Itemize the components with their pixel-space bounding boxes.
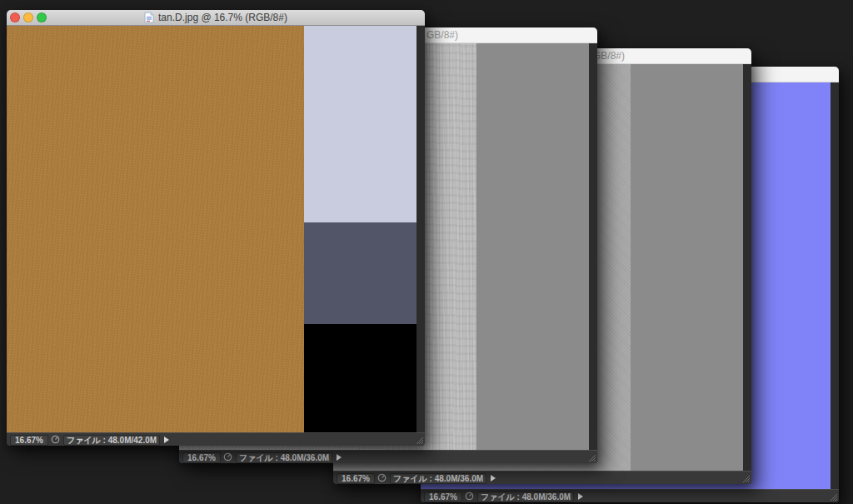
tan-texture-region[interactable] [7,26,304,432]
resize-grip-icon[interactable] [587,453,596,462]
zoom-level-field[interactable]: 16.67% [182,452,221,463]
timer-clock-icon [465,492,474,501]
close-button[interactable] [10,12,20,22]
file-info-field[interactable]: ファイル : 48.0M/42.0M [63,435,160,446]
canvas-pasteboard-strip [743,64,751,471]
window-title: GB/8#) [426,27,458,43]
jpeg-document-icon[interactable] [144,12,154,23]
window-statusbar: 16.67% ファイル : 48.0M/36.0M [333,471,751,484]
file-info-field[interactable]: ファイル : 48.0M/36.0M [390,473,486,484]
resize-grip-icon[interactable] [415,436,423,444]
canvas-pasteboard-strip [589,43,597,450]
slate-swatch-region[interactable] [304,222,417,324]
swatch-column [304,26,417,432]
file-info-field[interactable]: ファイル : 48.0M/36.0M [477,492,574,502]
window-statusbar: 16.67% ファイル : 48.0M/36.0M [421,489,839,502]
popup-arrow-icon[interactable] [337,454,342,461]
window-title: GB/8#) [593,48,625,64]
window-controls [10,12,47,22]
minimize-button[interactable] [23,12,33,22]
popup-arrow-icon[interactable] [491,475,496,482]
timer-clock-icon [223,452,232,462]
canvas-pasteboard-strip [831,82,839,489]
window-statusbar: 16.67% ファイル : 48.0M/42.0M [7,432,425,446]
file-info-field[interactable]: ファイル : 48.0M/36.0M [236,452,332,463]
resize-grip-icon[interactable] [829,492,837,501]
window-title: tan.D.jpg @ 16.7% (RGB/8#) [158,12,287,23]
image-canvas[interactable] [7,26,417,432]
zoom-level-field[interactable]: 16.67% [10,435,48,446]
window-statusbar: 16.67% ファイル : 48.0M/36.0M [179,450,597,463]
popup-arrow-icon[interactable] [164,437,169,443]
timer-clock-icon [377,473,387,482]
popup-arrow-icon[interactable] [578,493,583,500]
black-swatch-region[interactable] [304,324,417,432]
window-titlebar[interactable]: tan.D.jpg @ 16.7% (RGB/8#) [7,10,425,26]
gray-swatch-region[interactable] [476,43,589,450]
lavender-swatch-region[interactable] [304,26,417,222]
document-canvas-area [7,26,425,432]
document-window-tan: tan.D.jpg @ 16.7% (RGB/8#) 16.67% ファイル :… [7,10,425,446]
zoom-level-field[interactable]: 16.67% [337,473,375,484]
gray-swatch-region[interactable] [631,64,743,471]
zoom-level-field[interactable]: 16.67% [424,492,462,502]
zoom-button[interactable] [37,12,47,22]
timer-clock-icon [51,435,60,444]
resize-grip-icon[interactable] [741,474,750,482]
canvas-pasteboard-strip [417,26,425,432]
